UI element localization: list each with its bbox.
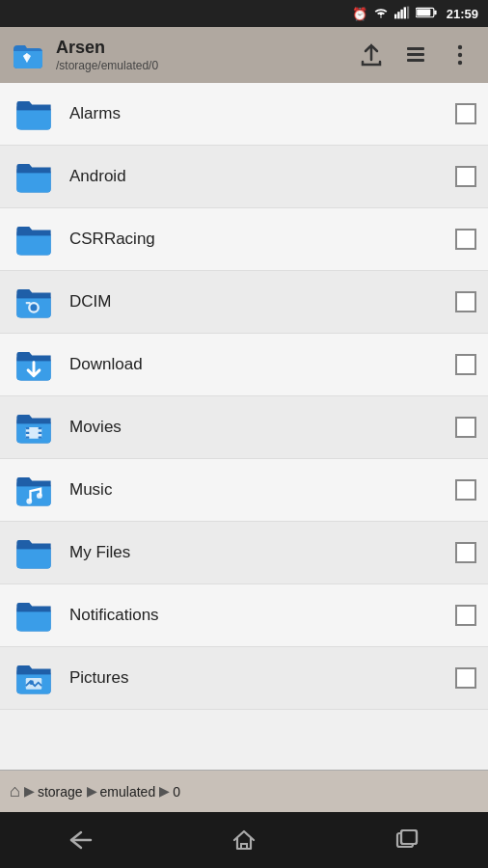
list-item[interactable]: Android — [0, 146, 488, 208]
svg-point-13 — [458, 45, 462, 49]
file-name: Download — [69, 355, 455, 374]
file-name: Movies — [69, 418, 455, 437]
file-name: Pictures — [69, 668, 455, 688]
home-button[interactable] — [215, 819, 273, 861]
folder-icon — [12, 468, 56, 512]
more-options-button[interactable] — [440, 35, 480, 75]
svg-rect-3 — [403, 7, 405, 18]
list-item[interactable]: Alarms — [0, 83, 488, 146]
svg-rect-24 — [39, 432, 42, 434]
svg-rect-0 — [394, 14, 396, 18]
file-checkbox[interactable] — [455, 354, 476, 375]
toolbar-title: Arsen — [56, 38, 351, 59]
status-bar: ⏰ 21:59 — [0, 0, 488, 27]
breadcrumb-emulated[interactable]: emulated — [100, 784, 156, 800]
file-checkbox[interactable] — [455, 417, 476, 438]
file-name: My Files — [69, 543, 455, 562]
recents-button[interactable] — [378, 819, 436, 861]
list-view-button[interactable] — [395, 35, 436, 75]
svg-rect-11 — [407, 53, 424, 56]
svg-rect-1 — [397, 12, 399, 18]
svg-point-26 — [26, 499, 32, 504]
list-item[interactable]: DCIM — [0, 271, 488, 334]
breadcrumb-bar: ⌂ ▶ storage ▶ emulated ▶ 0 — [0, 770, 488, 812]
file-checkbox[interactable] — [455, 605, 476, 626]
app-icon — [8, 36, 46, 74]
breadcrumb-arrow-2: ▶ — [87, 784, 96, 799]
list-item[interactable]: Music — [0, 459, 488, 522]
svg-rect-23 — [39, 427, 42, 429]
signal-icon — [394, 6, 410, 22]
file-checkbox[interactable] — [455, 542, 476, 563]
svg-rect-18 — [26, 302, 31, 304]
svg-rect-25 — [39, 436, 42, 438]
file-name: Alarms — [69, 104, 455, 123]
toolbar-subtitle: /storage/emulated/0 — [56, 59, 351, 72]
file-name: Music — [69, 480, 455, 500]
upload-button[interactable] — [351, 35, 392, 75]
list-item[interactable]: My Files — [0, 522, 488, 584]
file-name: Notifications — [69, 606, 455, 625]
list-item[interactable]: Pictures — [0, 647, 488, 710]
list-item[interactable]: Movies — [0, 396, 488, 459]
toolbar-text: Arsen /storage/emulated/0 — [56, 38, 351, 72]
file-checkbox[interactable] — [455, 229, 476, 250]
svg-rect-10 — [407, 47, 424, 50]
toolbar-actions — [351, 35, 480, 75]
breadcrumb-arrow-3: ▶ — [159, 784, 169, 799]
svg-point-27 — [37, 493, 42, 499]
file-checkbox[interactable] — [455, 291, 476, 312]
file-list: Alarms Android CSRRacing DCIM Download — [0, 83, 488, 770]
svg-rect-6 — [417, 9, 430, 15]
svg-rect-20 — [26, 427, 30, 429]
list-item[interactable]: Notifications — [0, 584, 488, 647]
back-button[interactable] — [52, 819, 110, 861]
breadcrumb-storage[interactable]: storage — [38, 784, 83, 800]
breadcrumb-home-icon[interactable]: ⌂ — [10, 781, 20, 801]
svg-rect-7 — [434, 10, 436, 14]
svg-point-14 — [458, 53, 462, 57]
file-name: CSRRacing — [69, 230, 455, 249]
toolbar: Arsen /storage/emulated/0 — [0, 27, 488, 83]
folder-icon — [12, 405, 56, 449]
svg-rect-12 — [407, 59, 424, 62]
svg-point-15 — [458, 61, 462, 65]
svg-rect-2 — [400, 9, 402, 18]
svg-rect-4 — [407, 6, 409, 18]
folder-icon — [12, 154, 56, 199]
svg-rect-22 — [26, 436, 30, 438]
list-item[interactable]: Download — [0, 334, 488, 396]
folder-icon — [12, 342, 56, 387]
folder-icon — [12, 593, 56, 637]
file-checkbox[interactable] — [455, 103, 476, 124]
wifi-icon — [373, 6, 389, 22]
breadcrumb-arrow-1: ▶ — [24, 784, 34, 799]
folder-icon — [12, 530, 56, 575]
svg-rect-21 — [26, 432, 30, 434]
folder-icon — [12, 217, 56, 261]
svg-point-17 — [30, 304, 37, 311]
folder-icon — [12, 280, 56, 324]
status-time: 21:59 — [447, 7, 478, 21]
bottom-nav — [0, 812, 488, 868]
file-name: DCIM — [69, 292, 455, 312]
folder-icon — [12, 92, 56, 136]
list-item[interactable]: CSRRacing — [0, 208, 488, 271]
file-checkbox[interactable] — [455, 479, 476, 501]
file-checkbox[interactable] — [455, 667, 476, 689]
file-checkbox[interactable] — [455, 166, 476, 187]
file-name: Android — [69, 167, 455, 186]
svg-rect-31 — [401, 830, 417, 844]
breadcrumb-0[interactable]: 0 — [173, 784, 180, 800]
battery-icon — [416, 7, 437, 21]
folder-icon — [12, 656, 56, 700]
alarm-icon: ⏰ — [352, 7, 367, 21]
